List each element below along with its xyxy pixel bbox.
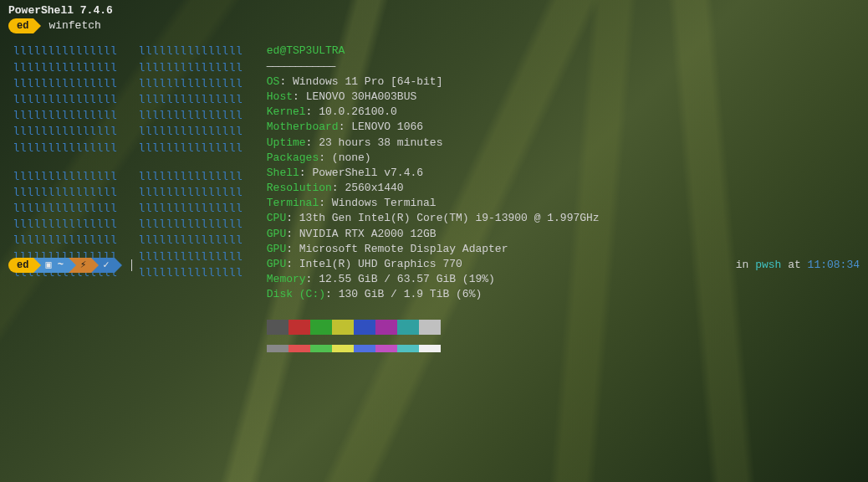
info-label: OS <box>267 75 280 88</box>
info-label: Disk (C:) <box>267 288 325 300</box>
color-swatch <box>419 345 441 352</box>
color-swatch <box>397 345 419 352</box>
info-row: Uptime: 23 hours 38 minutes <box>267 136 600 151</box>
info-value: NVIDIA RTX A2000 12GB <box>299 228 437 240</box>
info-row: Motherboard: LENOVO 1066 <box>267 120 600 135</box>
info-value: Microsoft Remote Display Adapter <box>299 243 508 255</box>
color-swatch <box>267 320 288 335</box>
info-value: (none) <box>332 151 371 164</box>
info-label: GPU <box>267 243 286 255</box>
check-icon: ✓ <box>103 259 109 273</box>
info-row: Disk (C:): 130 GiB / 1.9 TiB (6%) <box>267 287 600 302</box>
info-row: GPU: Microsoft Remote Display Adapter <box>267 242 600 257</box>
info-row: Terminal: Windows Terminal <box>267 196 600 211</box>
info-label: Terminal <box>267 197 319 209</box>
folder-icon: ▣ ~ <box>45 259 64 273</box>
info-label: CPU <box>267 212 286 224</box>
color-swatch <box>397 320 419 335</box>
color-swatch <box>267 345 288 352</box>
color-swatch <box>332 345 354 352</box>
system-info: ed@TSP3ULTRA ———————————— OS: Windows 11… <box>267 44 600 351</box>
color-swatch <box>310 320 332 335</box>
command-text: winfetch <box>49 18 100 33</box>
info-value: Windows Terminal <box>332 197 437 209</box>
prompt-line-1: ed winfetch <box>8 18 860 33</box>
info-row: Shell: PowerShell v7.4.6 <box>267 166 600 181</box>
winfetch-output: lllllllllllllll lllllllllllllll llllllll… <box>13 44 860 351</box>
info-value: LENOVO 30HA003BUS <box>306 90 417 103</box>
info-header: ed@TSP3ULTRA <box>267 44 345 57</box>
info-label: Kernel <box>267 105 306 118</box>
info-separator: ———————————— <box>267 59 600 74</box>
window-title: PowerShell 7.4.6 <box>8 3 860 18</box>
prompt-user-segment: ed <box>8 258 33 273</box>
info-value: 130 GiB / 1.9 TiB (6%) <box>339 288 483 300</box>
color-swatch <box>354 345 375 352</box>
info-label: Packages <box>267 151 319 164</box>
cursor[interactable] <box>131 259 132 271</box>
info-row: Memory: 12.55 GiB / 63.57 GiB (19%) <box>267 272 600 287</box>
info-label: Motherboard <box>267 120 339 133</box>
info-value: 23 hours 38 minutes <box>319 136 442 149</box>
info-row: CPU: 13th Gen Intel(R) Core(TM) i9-13900… <box>267 211 600 226</box>
prompt-user-segment: ed <box>8 18 33 33</box>
info-value: Windows 11 Pro [64-bit] <box>293 75 442 88</box>
prompt-line-2[interactable]: ed ▣ ~ ⚡ ✓ in pwsh at 11:08:34 <box>8 258 860 273</box>
info-row: Host: LENOVO 30HA003BUS <box>267 90 600 105</box>
info-label: Host <box>267 90 293 103</box>
color-swatch <box>419 320 441 335</box>
color-swatch <box>288 345 310 352</box>
color-swatch <box>288 320 310 335</box>
windows-logo-ascii: lllllllllllllll lllllllllllllll llllllll… <box>13 44 243 351</box>
info-label: Resolution <box>267 182 332 194</box>
color-swatch <box>375 320 397 335</box>
info-value: 10.0.26100.0 <box>319 105 397 118</box>
info-value: 2560x1440 <box>345 182 403 194</box>
info-row: Resolution: 2560x1440 <box>267 181 600 196</box>
right-status: in pwsh at 11:08:34 <box>736 258 860 273</box>
info-row: GPU: NVIDIA RTX A2000 12GB <box>267 227 600 242</box>
color-swatches-row1 <box>267 320 600 335</box>
info-value: 12.55 GiB / 63.57 GiB (19%) <box>319 273 495 285</box>
info-row: Kernel: 10.0.26100.0 <box>267 105 600 120</box>
color-swatch <box>354 320 375 335</box>
info-label: Uptime <box>267 136 306 149</box>
info-label: Memory <box>267 273 306 285</box>
terminal-window[interactable]: PowerShell 7.4.6 ed winfetch lllllllllll… <box>0 0 868 356</box>
clock-time: 11:08:34 <box>808 259 860 271</box>
info-value: PowerShell v7.4.6 <box>312 167 423 179</box>
shell-name: pwsh <box>755 259 781 271</box>
color-swatch <box>332 320 354 335</box>
info-row: Packages: (none) <box>267 151 600 166</box>
color-swatches-row2 <box>267 345 600 352</box>
color-swatch <box>310 345 332 352</box>
info-value: LENOVO 1066 <box>351 120 423 133</box>
info-label: GPU <box>267 228 286 240</box>
color-swatch <box>375 345 397 352</box>
info-label: Shell <box>267 167 299 179</box>
info-value: 13th Gen Intel(R) Core(TM) i9-13900 @ 1.… <box>299 212 600 224</box>
lightning-icon: ⚡ <box>80 259 86 273</box>
info-row: OS: Windows 11 Pro [64-bit] <box>267 74 600 90</box>
